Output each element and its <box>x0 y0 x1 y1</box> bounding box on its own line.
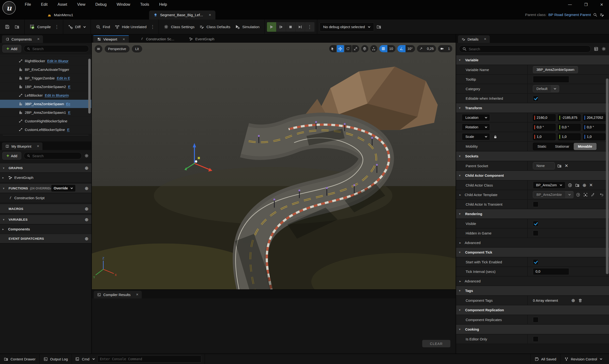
rendering-section-header[interactable]: ▾Rendering <box>456 209 609 219</box>
components-scrollbar[interactable] <box>88 59 91 114</box>
output-log-button[interactable]: Output Log <box>39 354 72 364</box>
scale-tool-button[interactable] <box>352 45 359 52</box>
unreal-logo-icon[interactable]: u <box>2 1 16 14</box>
all-saved-button[interactable]: All Saved <box>531 354 560 364</box>
grid-snap-value[interactable]: 10 <box>387 47 396 51</box>
viewport-3d[interactable]: Z X Y Perspective Lit <box>92 43 456 289</box>
scale-snap-icon[interactable] <box>417 45 425 52</box>
location-z-field[interactable]: 204,27052 <box>583 114 606 121</box>
browse-debug-object-button[interactable] <box>374 20 384 34</box>
scale-x-field[interactable]: 1,0 <box>533 133 556 140</box>
scale-snap-control[interactable]: 0,25 <box>417 45 436 52</box>
viewport-options-icon[interactable] <box>95 45 102 53</box>
menu-edit[interactable]: Edit <box>41 2 48 7</box>
expand-arrow-icon[interactable]: ▸ <box>459 241 463 245</box>
camera-speed-icon[interactable] <box>438 45 446 52</box>
maximize-button[interactable]: ❐ <box>584 2 587 7</box>
camera-speed-control[interactable]: 1 <box>438 45 452 52</box>
socket-clear-icon[interactable]: ✕ <box>565 163 568 169</box>
menu-debug[interactable]: Debug <box>95 2 107 7</box>
rotation-snap-control[interactable]: 10° <box>397 45 415 52</box>
add-event-dispatcher-icon[interactable]: ⊕ <box>85 236 89 241</box>
stop-button[interactable] <box>286 22 296 32</box>
myblueprint-tab[interactable]: My Blueprint × <box>2 143 42 150</box>
mobility-stationary-option[interactable]: Stationar <box>551 143 574 150</box>
parent-socket-field[interactable]: None <box>533 162 555 169</box>
components-category-item[interactable]: ▸ Components <box>0 224 91 234</box>
camera-speed-value[interactable]: 1 <box>446 47 452 51</box>
frame-skip-button[interactable] <box>276 22 286 32</box>
scale-snap-value[interactable]: 0,25 <box>425 47 436 51</box>
eject-button[interactable] <box>296 22 305 32</box>
menu-help[interactable]: Help <box>159 2 167 7</box>
myblueprint-settings-icon[interactable] <box>84 153 89 158</box>
expand-arrow-icon[interactable]: ▸ <box>459 193 463 196</box>
menu-window[interactable]: Window <box>117 2 130 7</box>
add-function-icon[interactable]: ⊕ <box>85 186 89 191</box>
component-row-customleftblockerspline[interactable]: CustomLeftBlockerSpline E <box>0 126 91 134</box>
add-component-button[interactable]: + Add <box>2 45 21 52</box>
reset-to-default-icon[interactable] <box>599 193 604 197</box>
play-button[interactable] <box>267 22 276 32</box>
browse-asset-button[interactable] <box>12 20 22 34</box>
viewport-3d-scene[interactable]: Z X Y <box>92 43 456 289</box>
edit-in-blueprint-link[interactable]: Edit in Blueprin <box>45 93 69 97</box>
display-options-icon[interactable] <box>594 47 598 51</box>
tab-mainmenu1[interactable]: MainMenu1 <box>43 11 78 20</box>
expand-arrow-icon[interactable]: ▸ <box>459 279 463 283</box>
compile-options-icon[interactable]: ⋮ <box>53 24 61 30</box>
surface-snapping-button[interactable] <box>370 45 377 52</box>
is-editor-only-checkbox[interactable] <box>533 336 538 342</box>
rotation-snap-icon[interactable] <box>397 45 405 52</box>
class-settings-button[interactable]: Class Settings <box>161 20 197 34</box>
transform-section-header[interactable]: ▾Transform <box>456 103 609 113</box>
rotation-y-field[interactable]: 0,0 ° <box>558 124 581 131</box>
variable-name-field[interactable]: 3BP_AreaZombieSpawn <box>533 66 578 73</box>
diff-button[interactable]: Diff <box>65 20 88 34</box>
event-dispatchers-section-header[interactable]: EVENT DISPATCHERS ⊕ <box>0 234 91 244</box>
browse-asset-icon[interactable] <box>575 183 580 187</box>
components-close-icon[interactable]: × <box>37 37 39 41</box>
sockets-section-header[interactable]: ▾Sockets <box>456 152 609 161</box>
edit-parent-class-icon[interactable] <box>599 13 604 17</box>
macros-section-header[interactable]: MACROS ⊕ <box>0 204 91 214</box>
console-input-box[interactable] <box>97 355 201 363</box>
grid-snap-icon[interactable] <box>379 45 387 52</box>
rendering-advanced-row[interactable]: ▸ Advanced <box>456 238 609 247</box>
location-dropdown[interactable]: Location <box>462 114 490 121</box>
expand-arrow-icon[interactable]: ▸ <box>2 176 6 179</box>
cmd-label[interactable]: Cmd <box>82 357 90 361</box>
rotation-x-field[interactable]: 0,0 ° <box>533 124 556 131</box>
component-row-leftblocker[interactable]: LeftBlocker Edit in Blueprin <box>0 91 91 100</box>
lit-dropdown[interactable]: Lit <box>132 45 142 52</box>
select-actor-icon[interactable] <box>583 193 588 197</box>
collapse-arrow-icon[interactable]: ▾ <box>3 166 7 170</box>
functions-section-header[interactable]: ▾ FUNCTIONS (24 OVERRIDA Override ⊕ <box>0 184 91 193</box>
compiler-results-tab[interactable]: Compiler Results × <box>94 291 142 299</box>
details-search[interactable] <box>459 45 591 52</box>
socket-browse-icon[interactable] <box>557 164 562 168</box>
find-parent-class-icon[interactable] <box>593 13 597 17</box>
components-search-input[interactable] <box>32 47 86 51</box>
mobility-movable-option[interactable]: Movable <box>574 143 596 150</box>
rotation-z-field[interactable]: 0,0 ° <box>583 124 606 131</box>
child-actor-template-dropdown[interactable]: BP_AreaZombie <box>533 191 573 198</box>
eventgraph-item[interactable]: ▸ EventGraph <box>0 173 91 182</box>
edit-in-blueprint-link[interactable]: E <box>67 128 69 132</box>
console-input[interactable] <box>100 357 199 361</box>
find-button[interactable]: Find <box>93 20 112 34</box>
override-dropdown[interactable]: Override <box>51 185 76 192</box>
scale-dropdown[interactable]: Scale <box>462 133 490 140</box>
close-button[interactable]: ✕ <box>600 2 603 7</box>
minimize-button[interactable]: — <box>568 2 572 7</box>
clear-button[interactable]: CLEAR <box>422 340 450 347</box>
location-y-field[interactable]: -2185,875 <box>558 114 581 121</box>
component-row-areazombiespawn-selected[interactable]: 3BP_AreaZombieSpawn Ec <box>0 100 91 108</box>
use-selected-asset-icon[interactable] <box>568 183 572 187</box>
cmd-dropdown-icon[interactable] <box>92 358 95 360</box>
edit-in-blueprint-link[interactable]: E <box>68 110 71 115</box>
edit-in-blueprint-link[interactable]: Edit in Bluepr <box>47 59 68 63</box>
editable-when-inherited-checkbox[interactable] <box>533 96 538 101</box>
tab-eventgraph[interactable]: EventGraph <box>185 35 218 43</box>
child-actor-component-section-header[interactable]: ▾Child Actor Component <box>456 171 609 181</box>
